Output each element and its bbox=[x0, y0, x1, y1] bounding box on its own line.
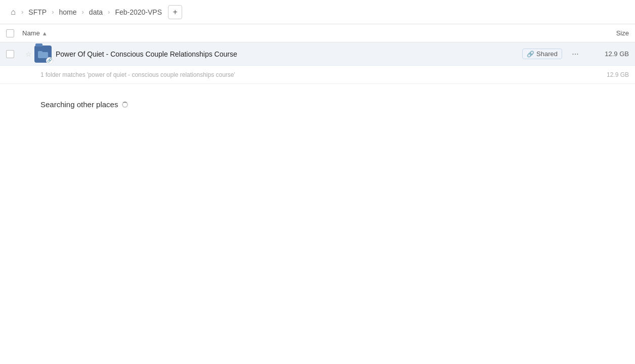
shared-link-icon: 🔗 bbox=[527, 51, 534, 58]
name-column-label: Name bbox=[22, 29, 40, 37]
select-all-checkbox-col bbox=[6, 29, 22, 37]
match-info-text: 1 folder matches 'power of quiet - consc… bbox=[40, 71, 588, 78]
shared-label: Shared bbox=[536, 50, 558, 58]
size-column-header: Size bbox=[588, 29, 629, 37]
breadcrumb-feb2020vps[interactable]: Feb-2020-VPS bbox=[111, 6, 166, 18]
select-all-checkbox[interactable] bbox=[6, 29, 14, 37]
row-checkbox[interactable] bbox=[6, 50, 14, 58]
name-column-header[interactable]: Name ▲ bbox=[22, 29, 588, 37]
loading-spinner bbox=[122, 102, 128, 108]
breadcrumb-sftp[interactable]: SFTP bbox=[24, 6, 51, 18]
folder-icon-box: 🔗 bbox=[34, 46, 52, 63]
shared-badge[interactable]: 🔗 Shared bbox=[522, 49, 562, 59]
svg-rect-1 bbox=[38, 51, 43, 54]
home-icon[interactable]: ⌂ bbox=[6, 5, 20, 19]
sort-arrow-icon: ▲ bbox=[42, 30, 48, 36]
column-headers: Name ▲ Size bbox=[0, 24, 635, 42]
breadcrumb-bar: ⌂ › SFTP › home › data › Feb-2020-VPS + bbox=[0, 0, 635, 24]
file-name: Power Of Quiet - Conscious Couple Relati… bbox=[56, 50, 522, 58]
more-options-button[interactable]: ··· bbox=[568, 47, 582, 61]
star-icon[interactable]: ☆ bbox=[22, 50, 34, 58]
breadcrumb-data[interactable]: data bbox=[85, 6, 107, 18]
file-size: 12.9 GB bbox=[588, 50, 629, 58]
match-info-size: 12.9 GB bbox=[588, 71, 629, 78]
searching-other-places-section: Searching other places bbox=[0, 84, 635, 125]
row-checkbox-col bbox=[6, 50, 22, 58]
breadcrumb-home[interactable]: home bbox=[55, 6, 80, 18]
link-badge: 🔗 bbox=[46, 57, 53, 64]
folder-icon: 🔗 bbox=[34, 46, 52, 63]
separator-3: › bbox=[82, 8, 84, 16]
separator-1: › bbox=[21, 8, 23, 16]
table-row[interactable]: ☆ 🔗 Power Of Quiet - Conscious Couple Re… bbox=[0, 42, 635, 66]
breadcrumb-add-button[interactable]: + bbox=[168, 5, 182, 19]
searching-title: Searching other places bbox=[40, 100, 118, 109]
separator-4: › bbox=[108, 8, 110, 16]
separator-2: › bbox=[52, 8, 54, 16]
match-info-row: 1 folder matches 'power of quiet - consc… bbox=[0, 66, 635, 84]
